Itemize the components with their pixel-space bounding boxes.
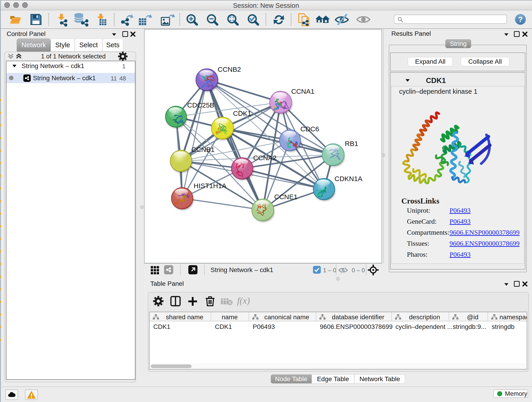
- svg-text:CDC6: CDC6: [300, 125, 319, 133]
- svg-text:CCNE1: CCNE1: [274, 193, 298, 201]
- svg-text:CCNA2: CCNA2: [253, 154, 277, 162]
- svg-text:CDC25B: CDC25B: [187, 101, 214, 109]
- svg-text:CCNA1: CCNA1: [291, 88, 315, 95]
- svg-text:RB1: RB1: [345, 140, 358, 147]
- svg-text:CDKN1A: CDKN1A: [335, 175, 362, 182]
- svg-text:CCNB1: CCNB1: [191, 146, 215, 153]
- svg-text:CCNB2: CCNB2: [218, 65, 241, 73]
- svg-text:HIST1H1A: HIST1H1A: [194, 182, 226, 190]
- svg-text:CDK1: CDK1: [233, 109, 251, 117]
